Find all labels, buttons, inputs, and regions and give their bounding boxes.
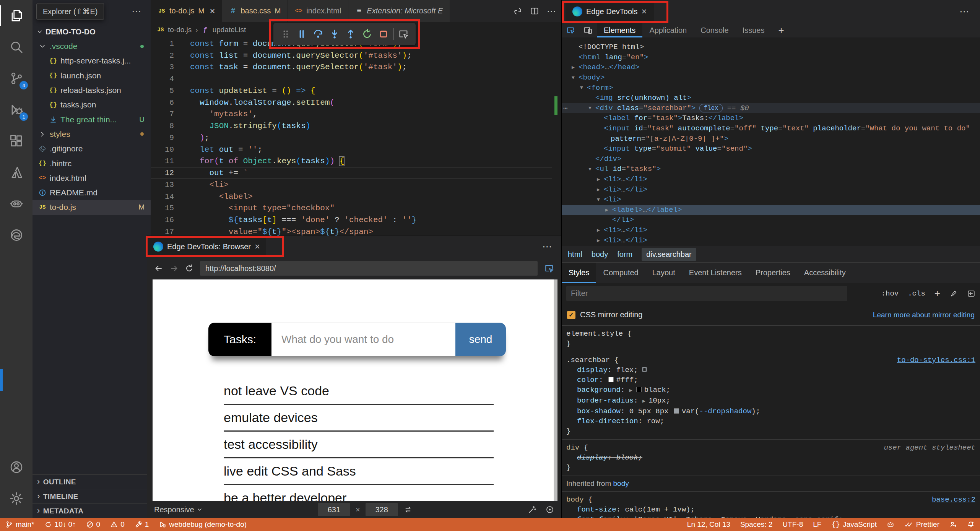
devtools-tab-issues[interactable]: Issues [736, 23, 772, 37]
status-feedback[interactable] [949, 521, 957, 528]
grip-button[interactable] [279, 28, 292, 41]
color-format-icon[interactable] [949, 289, 958, 298]
css-property-flex-direction[interactable]: flex-direction: row; [566, 416, 975, 426]
breadcrumb-symbol[interactable]: updateList [213, 26, 246, 34]
styles-filter-input[interactable]: Filter [566, 286, 847, 301]
tree-row-4[interactable]: ▼<form> [562, 83, 980, 93]
activity-run-debug[interactable]: 1 [0, 94, 33, 125]
color-swatch[interactable] [608, 377, 614, 382]
tab-index-html[interactable]: <>index.html [288, 0, 348, 22]
tree-row-9[interactable]: pattern="[a-z|A-Z|0-9| ]+"> [562, 133, 980, 144]
css-property-box-shadow[interactable]: box-shadow: 0 5px 8px var(--dropshadow); [566, 406, 975, 416]
tree-row-2[interactable]: ▶<head>…</head> [562, 62, 980, 73]
tree-row-17[interactable]: </li> [562, 215, 980, 225]
file-gitignore[interactable]: .gitignore [33, 141, 151, 156]
css-property-font-family[interactable]: font-family: 'Segoe UI', Tahoma, Geneva,… [566, 515, 975, 518]
open-changes-button[interactable] [513, 6, 522, 16]
css-property-border-radius[interactable]: border-radius: ▶10px; [566, 396, 975, 406]
collapse-arrow-icon[interactable]: ▶ [572, 64, 579, 70]
forward-icon[interactable] [169, 264, 179, 273]
task-text-input[interactable]: What do you want to do [271, 323, 455, 356]
expand-icon[interactable]: ▶ [629, 388, 632, 393]
status-encoding[interactable]: UTF-8 [782, 520, 803, 529]
inspect-target-icon[interactable] [545, 505, 554, 514]
devtools-panel-tab[interactable]: Edge DevTools × [566, 1, 654, 22]
status-warning[interactable]: 0 [110, 520, 125, 529]
expand-arrow-icon[interactable]: ▼ [588, 105, 595, 111]
inspect-icon[interactable] [544, 263, 554, 274]
crumb-div-searchbar[interactable]: div.searchbar [642, 248, 696, 261]
tree-row-13[interactable]: ▶<li>…</li> [562, 174, 980, 185]
file-to-do-js[interactable]: JSto-do.jsM [33, 200, 151, 214]
crumb-form[interactable]: form [617, 250, 632, 259]
expand-icon[interactable]: ▶ [642, 398, 645, 404]
tree-row-10[interactable]: <input type="submit" value="send"> [562, 144, 980, 154]
inspect-button[interactable] [397, 28, 410, 41]
editor-more-button[interactable]: ⋯ [547, 6, 556, 16]
tree-row-14[interactable]: ▶<li>…</li> [562, 184, 980, 195]
status-language-mode[interactable]: {}JavaScript [831, 520, 877, 529]
activity-source-control[interactable]: 4 [0, 63, 33, 94]
viewport-width-input[interactable]: 631 [318, 503, 350, 516]
collapse-arrow-icon[interactable]: ▶ [597, 176, 604, 182]
rule-selector[interactable]: element.style [566, 330, 623, 338]
css-property-font-size[interactable]: font-size: calc(1em + 1vw); [566, 505, 975, 515]
file-readme-md[interactable]: README.md [33, 185, 151, 200]
stylesheet-link[interactable]: base.css:2 [932, 495, 975, 505]
viewport-height-input[interactable]: 328 [366, 503, 398, 516]
css-property-display[interactable]: display: flex; [566, 365, 975, 375]
tab-to-do-js[interactable]: JSto-do.jsM× [151, 0, 222, 22]
tree-row-18[interactable]: ▶<li>…</li> [562, 225, 980, 235]
activity-edge[interactable] [0, 219, 33, 251]
activity-settings[interactable] [0, 483, 33, 514]
expand-arrow-icon[interactable]: ▼ [597, 197, 604, 203]
flex-badge[interactable]: flex [699, 104, 722, 112]
css-property-background[interactable]: background: ▶black; [566, 385, 975, 396]
row-actions-icon[interactable]: ⋯ [563, 104, 567, 113]
back-icon[interactable] [154, 264, 163, 273]
styles-tab-event-listeners[interactable]: Event Listeners [682, 263, 749, 283]
element-state-icon[interactable] [967, 289, 975, 298]
tree-row-15[interactable]: ▼<li> [562, 195, 980, 205]
status-eol[interactable]: LF [813, 520, 821, 529]
hover-state-button[interactable]: :hov [881, 289, 899, 298]
step-out-button[interactable] [344, 28, 357, 41]
status-error[interactable]: 0 [86, 520, 101, 529]
send-button[interactable]: send [455, 323, 506, 356]
stop-button[interactable] [377, 28, 390, 41]
file-index-html[interactable]: <>index.html [33, 171, 151, 185]
tree-row-5[interactable]: <img src(unknown) alt> [562, 93, 980, 103]
devtools-tab-elements[interactable]: Elements [597, 23, 642, 37]
class-toggle-button[interactable]: .cls [908, 289, 925, 298]
rule-selector[interactable]: .searchbar [566, 356, 610, 364]
tree-row-11[interactable]: </div> [562, 154, 980, 164]
css-mirror-checkbox[interactable]: ✓ [567, 311, 575, 319]
color-swatch[interactable] [674, 408, 679, 414]
styles-tab-computed[interactable]: Computed [596, 263, 645, 283]
activity-extensions[interactable] [0, 125, 33, 157]
collapse-arrow-icon[interactable]: ▶ [605, 207, 612, 213]
file-http-server-tasks-j[interactable]: {}http-server-tasks.j... [33, 54, 151, 68]
activity-azure[interactable] [0, 157, 33, 188]
device-mode-dropdown[interactable]: Responsive [154, 505, 203, 514]
collapse-arrow-icon[interactable]: ▶ [597, 227, 604, 233]
css-property-display[interactable]: display: block; [566, 453, 975, 463]
inherited-body-link[interactable]: body [613, 479, 629, 487]
devtools-more-button[interactable]: ⋯ [959, 6, 980, 18]
tree-row-6[interactable]: ⋯▼<div class="searchbar">flex== $0 [562, 103, 980, 114]
file-hintrc[interactable]: {}.hintrc [33, 156, 151, 171]
sidebar-more-button[interactable]: ⋯ [132, 5, 141, 17]
crumb-html[interactable]: html [568, 250, 582, 259]
step-into-button[interactable] [328, 28, 341, 41]
close-icon[interactable]: × [210, 6, 215, 16]
rule-selector[interactable]: div [566, 443, 579, 452]
inspect-element-icon[interactable] [562, 23, 579, 37]
mirror-editing-link[interactable]: Learn more about mirror editing [873, 311, 975, 319]
tab-base-css[interactable]: #base.cssM [222, 0, 288, 22]
reload-icon[interactable] [185, 264, 194, 273]
activity-search[interactable] [0, 31, 33, 63]
close-icon[interactable]: × [255, 241, 260, 252]
styles-tab-layout[interactable]: Layout [645, 263, 682, 283]
section-timeline[interactable]: ›TIMELINE [33, 489, 151, 503]
device-emulation-icon[interactable] [579, 23, 597, 37]
